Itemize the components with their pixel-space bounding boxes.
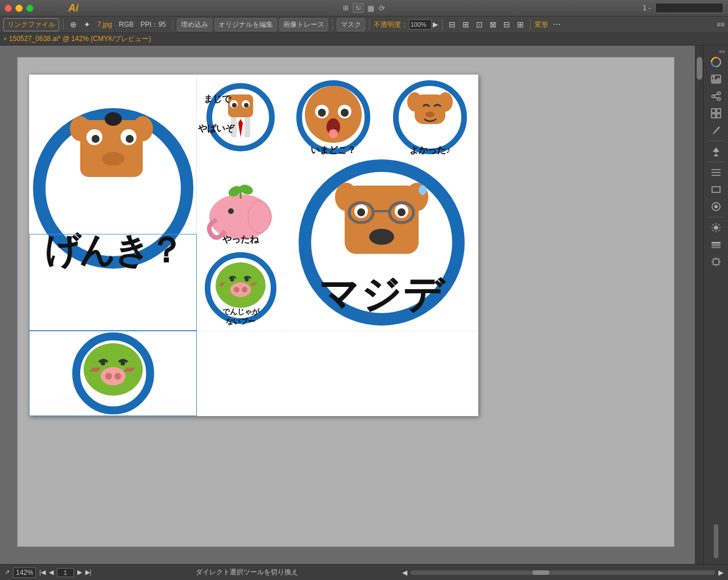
ppi-label: PPI：95 (138, 19, 168, 31)
rect-panel-icon[interactable] (708, 182, 725, 198)
status-arrow-left[interactable]: ◀ (402, 569, 407, 577)
svg-text:やったね: やったね (222, 235, 259, 244)
svg-point-120 (714, 226, 718, 230)
canvas-area[interactable]: げんき？ まじで (0, 46, 703, 564)
svg-point-51 (228, 208, 234, 214)
panel-separator-3 (708, 217, 725, 217)
align-icon-6[interactable]: ⊞ (515, 19, 526, 30)
spade-panel-icon[interactable] (708, 143, 725, 159)
tab-bar: × 150527_0638.ai* @ 142% (CMYK/プレビュー) (0, 33, 728, 46)
tab-label[interactable]: 150527_0638.ai* @ 142% (CMYK/プレビュー) (9, 34, 151, 44)
title-bar: ⊞ Si ▦ ⟳ 1 - Ai (0, 0, 728, 16)
color-panel-icon[interactable] (708, 54, 725, 70)
svg-text:ないブー: ないブー (226, 317, 255, 326)
svg-line-125 (713, 224, 714, 225)
align-icon-1[interactable]: ⊟ (446, 19, 458, 30)
opacity-input[interactable] (409, 19, 432, 30)
status-arrow-right[interactable]: ▶ (718, 569, 723, 577)
panel-separator-2 (708, 162, 725, 162)
mask-button[interactable]: マスク (337, 18, 365, 31)
embed-button[interactable]: 埋め込み (177, 18, 212, 31)
nav-next[interactable]: ▶ (77, 569, 82, 576)
align-icon-2[interactable]: ⊞ (460, 19, 471, 30)
nav-next-next[interactable]: ▶| (85, 569, 92, 576)
title-right: 1 - (643, 3, 723, 13)
rectangle-icon (711, 184, 721, 195)
separator-5 (442, 19, 442, 30)
place-icon: ✦ (81, 19, 93, 30)
grid-panel-icon[interactable] (708, 105, 725, 121)
sun-icon (711, 223, 721, 233)
svg-point-45 (407, 92, 422, 112)
status-export-icon[interactable]: ↗ (5, 569, 10, 576)
svg-rect-108 (717, 109, 721, 113)
link-file-button[interactable]: リンクファイル (3, 18, 59, 31)
svg-rect-109 (712, 114, 715, 118)
svg-point-15 (92, 135, 100, 143)
file-number: 7.jpg (95, 19, 114, 30)
artboard-panel-icon[interactable] (708, 254, 725, 270)
svg-line-126 (718, 230, 719, 231)
more-icon[interactable]: ⋯ (551, 19, 563, 30)
separator-3 (332, 19, 333, 30)
status-text: ダイレクト選択ツールを切り換え (95, 567, 399, 577)
window-controls[interactable] (5, 5, 34, 12)
horizontal-scrollbar-thumb[interactable] (532, 570, 549, 575)
svg-point-104 (717, 98, 720, 101)
nav-prev[interactable]: ◀ (49, 569, 53, 576)
toolbar: リンクファイル ⊕ ✦ 7.jpg RGB PPI：95 埋め込み オリジナルを… (0, 16, 728, 33)
tab-close-button[interactable]: × (3, 36, 7, 42)
transform-button[interactable]: 変形 (535, 20, 548, 30)
horizontal-scrollbar[interactable] (411, 570, 715, 575)
svg-point-47 (425, 112, 435, 117)
color-wheel-icon (711, 57, 721, 67)
search-input[interactable] (655, 3, 723, 13)
align-icon-5[interactable]: ⊟ (501, 19, 512, 30)
svg-point-46 (438, 92, 453, 112)
vertical-scrollbar[interactable] (695, 46, 703, 564)
image-panel-icon[interactable] (708, 71, 725, 87)
share-panel-icon[interactable] (708, 88, 725, 104)
svg-point-69 (369, 229, 394, 245)
svg-text:まじで: まじで (204, 94, 232, 104)
lines-icon (711, 168, 721, 176)
svg-point-52 (248, 201, 271, 233)
align-icon-4[interactable]: ⊠ (487, 19, 499, 30)
layers-panel-icon[interactable] (708, 237, 725, 253)
svg-text:よかった♪: よかった♪ (410, 145, 450, 155)
svg-point-26 (244, 103, 249, 108)
opacity-arrow[interactable]: ▶ (433, 20, 438, 28)
status-bar: ↗ |◀ ◀ ▶ ▶| ダイレクト選択ツールを切り換え ◀ ▶ (0, 564, 728, 580)
svg-point-60 (335, 183, 358, 211)
zoom-input[interactable] (13, 567, 36, 578)
close-button[interactable] (5, 5, 12, 12)
minimize-button[interactable] (15, 5, 23, 12)
layout-icon: ▦ (367, 4, 374, 13)
scrollbar-thumb[interactable] (697, 57, 702, 80)
separator-2 (172, 19, 173, 30)
svg-point-68 (398, 208, 406, 216)
brush-panel-icon[interactable] (708, 199, 725, 215)
maximize-button[interactable] (26, 5, 34, 12)
svg-line-106 (714, 97, 717, 99)
align-icon-3[interactable]: ⊡ (474, 19, 485, 30)
pen-panel-icon[interactable] (708, 122, 725, 138)
svg-line-105 (714, 94, 717, 96)
pen-icon (711, 125, 721, 135)
image-trace-button[interactable]: 画像トレース (279, 18, 328, 31)
panel-scrollbar-thumb[interactable] (714, 524, 718, 558)
panel-arrows[interactable]: «» (719, 48, 725, 53)
panel-toggle-icon[interactable]: ≡≡ (717, 20, 725, 28)
separator-1 (63, 19, 64, 30)
edit-original-button[interactable]: オリジナルを編集 (214, 18, 277, 31)
svg-point-89 (245, 278, 249, 282)
brush-icon (711, 201, 721, 212)
svg-line-111 (714, 127, 719, 133)
svg-point-17 (102, 152, 125, 166)
svg-point-74 (101, 361, 105, 365)
align-panel-icon[interactable] (708, 164, 725, 180)
nav-prev-prev[interactable]: |◀ (39, 569, 46, 576)
page-input[interactable] (57, 568, 74, 577)
panel-collapse-area: «» (704, 48, 728, 53)
sun-panel-icon[interactable] (708, 220, 725, 236)
